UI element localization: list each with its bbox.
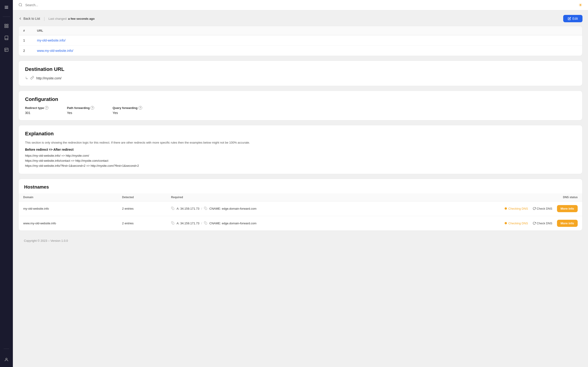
hostname-row-1-dns: Checking DNS Check DNS More info [389,201,582,216]
checking-dns-2: Checking DNS [505,222,528,225]
more-info-btn-1[interactable]: More info [557,205,578,212]
sidebar-user-icon[interactable] [3,356,10,363]
path-forwarding-help-icon: ? [90,106,94,110]
hostname-row-2-required: A: 34.159.171.73 / CNAME: edge.domain-fo… [166,216,389,231]
check-dns-btn-1[interactable]: Check DNS [531,206,554,211]
destination-arrow-icon: ↳ [25,76,28,80]
hostnames-card: Hostnames Domain Detected Required DNS s… [18,179,582,231]
copy-icon-cname-1 [204,207,208,210]
sidebar-collapse-icon[interactable] [3,4,10,11]
search-input[interactable] [25,3,576,7]
req-sep-1: / [201,207,202,210]
col-num-header: # [19,26,32,35]
copyright-text: Copyright © 2023 – Version 1.0.0 [24,239,68,242]
svg-point-9 [19,3,22,6]
more-info-btn-2[interactable]: More info [557,220,578,227]
url-row-1-url: my-old-website.info/ [32,35,582,46]
redirect-type-help-icon: ? [45,106,48,110]
url-table: # URL 1 my-old-website.info/ 2 www. [19,26,582,56]
example-3: https://my-old-website.info/?first=1&sec… [25,163,576,168]
col-required-header: Required [166,193,389,201]
hostname-row-2: www.my-old-website.info 2 entries A: 34.… [19,216,582,231]
back-to-list-label: Back to List [23,17,40,20]
search-icon [18,3,23,8]
req-cname-2: CNAME: edge.domain-forward.com [209,222,257,225]
sidebar-chart-icon[interactable] [3,46,10,53]
path-forwarding-label: Path forwarding ? [67,106,94,110]
query-forwarding-help-icon: ? [138,106,142,110]
redirect-type-value: 301 [25,111,48,115]
sidebar-bottom [3,345,10,363]
main-content: ☀ Back to List | Last changed: a few sec… [13,0,588,367]
config-grid: Redirect type ? 301 Path forwarding ? Ye… [25,106,576,115]
breadcrumb-divider: | [44,16,45,21]
col-detected-header: Detected [118,193,166,201]
hostnames-title: Hostnames [19,179,582,193]
sidebar-book-icon[interactable] [3,34,10,42]
redirect-examples: https://my-old-website.info/ => http://m… [25,153,576,168]
required-cell-1: A: 34.159.171.73 / CNAME: edge.domain-fo… [171,207,384,210]
hostname-row-2-detected: 2 entries [118,216,166,231]
svg-point-8 [6,358,7,360]
req-a-1: A: 34.159.171.73 [177,207,199,210]
explanation-title: Explanation [25,131,576,137]
url-row-2-url: www.my-old-website.info/ [32,46,582,56]
explanation-card: Explanation This section is only showing… [18,125,582,174]
required-cell-2: A: 34.159.171.73 / CNAME: edge.domain-fo… [171,221,384,225]
svg-rect-5 [7,26,8,28]
svg-rect-10 [172,208,174,210]
topbar-right: ☀ [578,2,582,8]
hostname-row-1: my-old-website.info 2 entries A: 34.159.… [19,201,582,216]
hostname-row-1-domain: my-old-website.info [19,201,118,216]
configuration-card: Configuration Redirect type ? 301 Path f… [18,91,582,120]
url-row-1: 1 my-old-website.info/ [19,35,582,46]
path-forwarding-item: Path forwarding ? Yes [67,106,94,115]
url-row-1-link[interactable]: my-old-website.info/ [37,39,66,42]
destination-title: Destination URL [25,66,576,72]
before-after-label: Before redirect => After redirect [25,148,576,151]
destination-row: ↳ http://mysite.com/ [25,76,576,80]
redirect-type-label: Redirect type ? [25,106,48,110]
svg-rect-12 [172,223,174,225]
sidebar-dashboard-icon[interactable] [3,22,10,30]
col-domain-header: Domain [19,193,118,201]
configuration-title: Configuration [25,96,576,102]
dns-cell-1: Checking DNS Check DNS More info [394,205,578,212]
breadcrumb-bar: Back to List | Last changed: a few secon… [18,15,582,22]
req-sep-2: / [201,222,202,225]
query-forwarding-item: Query forwarding ? Yes [112,106,142,115]
check-dns-btn-2[interactable]: Check DNS [531,221,554,226]
topbar: ☀ [13,0,588,10]
edit-button[interactable]: Edit [563,15,582,22]
footer: Copyright © 2023 – Version 1.0.0 [18,235,582,246]
destination-url: http://mysite.com/ [36,76,61,80]
url-row-2-num: 2 [19,46,32,56]
url-row-2-link[interactable]: www.my-old-website.info/ [37,49,73,52]
svg-rect-11 [205,208,207,210]
checking-dot-2 [505,222,507,224]
url-table-card: # URL 1 my-old-website.info/ 2 www. [18,26,582,56]
col-dns-status-header: DNS status [389,193,582,201]
query-forwarding-value: Yes [112,111,142,115]
sidebar [0,0,13,367]
explanation-description: This section is only showing the redirec… [25,140,576,145]
back-to-list-link[interactable]: Back to List [18,17,40,20]
req-a-2: A: 34.159.171.73 [177,222,199,225]
svg-rect-3 [5,24,6,26]
svg-rect-4 [7,24,8,26]
example-2: https://my-old-website.info/contact => h… [25,158,576,163]
hostname-row-2-dns: Checking DNS Check DNS More info [389,216,582,231]
example-1: https://my-old-website.info/ => http://m… [25,153,576,158]
settings-icon[interactable]: ☀ [578,2,582,8]
path-forwarding-value: Yes [67,111,94,115]
checking-dot-1 [505,207,507,210]
hostnames-table: Domain Detected Required DNS status my-o… [19,193,582,231]
sidebar-divider [3,17,10,17]
copy-icon-1 [171,207,175,210]
copy-icon-2 [171,221,175,225]
copy-icon-cname-2 [204,221,208,225]
col-url-header: URL [32,26,582,35]
dns-cell-2: Checking DNS Check DNS More info [394,220,578,227]
checking-dns-1: Checking DNS [505,207,528,210]
content-area: Back to List | Last changed: a few secon… [13,10,588,367]
